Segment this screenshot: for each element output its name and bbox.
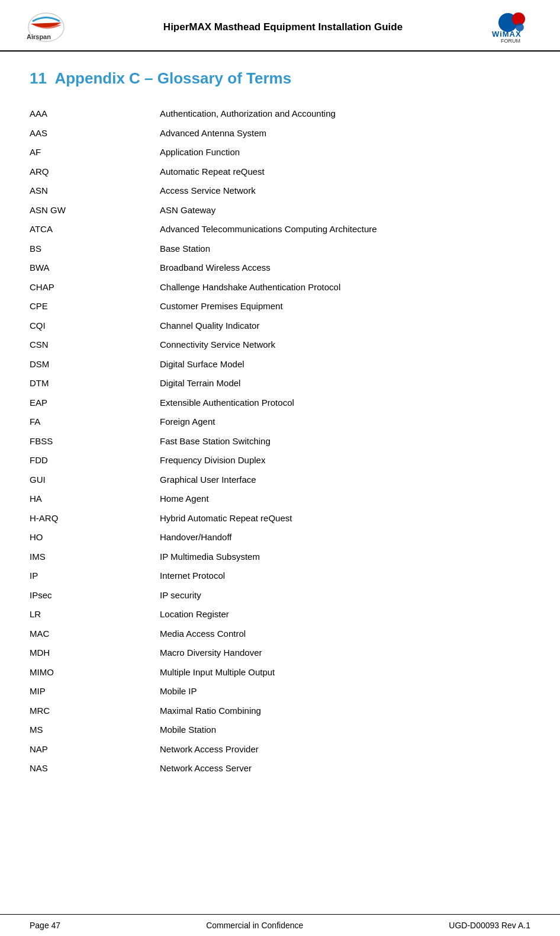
glossary-abbr: FDD	[30, 451, 160, 470]
glossary-row: FDD Frequency Division Duplex	[30, 451, 530, 470]
glossary-abbr: MDH	[30, 643, 160, 663]
glossary-definition: Hybrid Automatic Repeat reQuest	[160, 509, 530, 528]
main-content: 11 Appendix C – Glossary of Terms AAA Au…	[0, 52, 560, 814]
glossary-abbr: ASN	[30, 181, 160, 201]
footer-page: Page 47	[30, 921, 60, 930]
glossary-abbr: CQI	[30, 316, 160, 336]
glossary-definition: Mobile IP	[160, 682, 530, 701]
glossary-definition: IP security	[160, 586, 530, 605]
glossary-abbr: IMS	[30, 547, 160, 567]
airspan-logo: Airspan	[24, 11, 77, 43]
glossary-table: AAA Authentication, Authorization and Ac…	[30, 104, 530, 778]
glossary-definition: Digital Surface Model	[160, 355, 530, 374]
glossary-abbr: NAP	[30, 740, 160, 759]
glossary-abbr: CHAP	[30, 278, 160, 297]
svg-text:FORUM: FORUM	[501, 38, 520, 43]
glossary-abbr: AF	[30, 143, 160, 162]
document-title: HiperMAX Masthead Equipment Installation…	[77, 21, 489, 33]
glossary-definition: Internet Protocol	[160, 566, 530, 586]
glossary-definition: ASN Gateway	[160, 201, 530, 220]
glossary-abbr: MRC	[30, 701, 160, 721]
glossary-row: AF Application Function	[30, 143, 530, 162]
glossary-abbr: AAA	[30, 104, 160, 124]
glossary-definition: Mobile Station	[160, 720, 530, 740]
glossary-row: FA Foreign Agent	[30, 412, 530, 432]
glossary-row: IPsec IP security	[30, 586, 530, 605]
svg-text:Airspan: Airspan	[27, 33, 51, 40]
glossary-definition: Extensible Authentication Protocol	[160, 393, 530, 413]
glossary-row: MAC Media Access Control	[30, 624, 530, 644]
glossary-definition: Maximal Ratio Combining	[160, 701, 530, 721]
glossary-definition: Handover/Handoff	[160, 528, 530, 547]
glossary-definition: Access Service Network	[160, 181, 530, 201]
glossary-row: MIP Mobile IP	[30, 682, 530, 701]
glossary-abbr: AAS	[30, 124, 160, 143]
glossary-row: FBSS Fast Base Station Switching	[30, 432, 530, 451]
glossary-row: ARQ Automatic Repeat reQuest	[30, 162, 530, 182]
glossary-definition: Authentication, Authorization and Accoun…	[160, 104, 530, 124]
glossary-abbr: IPsec	[30, 586, 160, 605]
glossary-definition: Challenge Handshake Authentication Proto…	[160, 278, 530, 297]
glossary-row: CPE Customer Premises Equipment	[30, 297, 530, 316]
glossary-abbr: DTM	[30, 374, 160, 393]
glossary-row: GUI Graphical User Interface	[30, 470, 530, 490]
glossary-abbr: HA	[30, 489, 160, 509]
page-footer: Page 47 Commercial in Confidence UGD-D00…	[0, 914, 560, 936]
glossary-row: ATCA Advanced Telecommunications Computi…	[30, 220, 530, 239]
chapter-title-text: Appendix C – Glossary of Terms	[54, 69, 291, 87]
glossary-abbr: BWA	[30, 258, 160, 278]
glossary-row: ASN GW ASN Gateway	[30, 201, 530, 220]
glossary-abbr: GUI	[30, 470, 160, 490]
glossary-definition: Multiple Input Multiple Output	[160, 663, 530, 682]
glossary-row: H-ARQ Hybrid Automatic Repeat reQuest	[30, 509, 530, 528]
glossary-abbr: MS	[30, 720, 160, 740]
glossary-row: ASN Access Service Network	[30, 181, 530, 201]
glossary-abbr: ARQ	[30, 162, 160, 182]
glossary-definition: Home Agent	[160, 489, 530, 509]
glossary-row: AAA Authentication, Authorization and Ac…	[30, 104, 530, 124]
glossary-abbr: MAC	[30, 624, 160, 644]
glossary-definition: Base Station	[160, 239, 530, 259]
glossary-abbr: NAS	[30, 759, 160, 778]
glossary-row: HO Handover/Handoff	[30, 528, 530, 547]
glossary-definition: Connectivity Service Network	[160, 335, 530, 355]
glossary-abbr: FBSS	[30, 432, 160, 451]
glossary-row: MDH Macro Diversity Handover	[30, 643, 530, 663]
footer-center: Commercial in Confidence	[206, 921, 303, 930]
glossary-definition: Advanced Telecommunications Computing Ar…	[160, 220, 530, 239]
glossary-definition: Digital Terrain Model	[160, 374, 530, 393]
chapter-number: 11	[30, 69, 47, 87]
glossary-abbr: BS	[30, 239, 160, 259]
glossary-abbr: LR	[30, 605, 160, 624]
chapter-title: 11 Appendix C – Glossary of Terms	[30, 69, 530, 88]
glossary-definition: Macro Diversity Handover	[160, 643, 530, 663]
glossary-abbr: ATCA	[30, 220, 160, 239]
footer-right: UGD-D00093 Rev A.1	[449, 921, 530, 930]
glossary-row: NAS Network Access Server	[30, 759, 530, 778]
glossary-definition: Broadband Wireless Access	[160, 258, 530, 278]
glossary-abbr: ASN GW	[30, 201, 160, 220]
glossary-row: MS Mobile Station	[30, 720, 530, 740]
glossary-row: MIMO Multiple Input Multiple Output	[30, 663, 530, 682]
glossary-row: BWA Broadband Wireless Access	[30, 258, 530, 278]
glossary-abbr: EAP	[30, 393, 160, 413]
glossary-abbr: FA	[30, 412, 160, 432]
glossary-row: CHAP Challenge Handshake Authentication …	[30, 278, 530, 297]
glossary-abbr: HO	[30, 528, 160, 547]
glossary-definition: Customer Premises Equipment	[160, 297, 530, 316]
glossary-definition: Network Access Provider	[160, 740, 530, 759]
glossary-definition: Frequency Division Duplex	[160, 451, 530, 470]
glossary-definition: Network Access Server	[160, 759, 530, 778]
glossary-abbr: MIMO	[30, 663, 160, 682]
glossary-row: DTM Digital Terrain Model	[30, 374, 530, 393]
glossary-abbr: CSN	[30, 335, 160, 355]
glossary-row: IMS IP Multimedia Subsystem	[30, 547, 530, 567]
glossary-definition: Graphical User Interface	[160, 470, 530, 490]
glossary-definition: Application Function	[160, 143, 530, 162]
glossary-abbr: MIP	[30, 682, 160, 701]
glossary-definition: Fast Base Station Switching	[160, 432, 530, 451]
glossary-row: MRC Maximal Ratio Combining	[30, 701, 530, 721]
glossary-definition: Media Access Control	[160, 624, 530, 644]
glossary-abbr: H-ARQ	[30, 509, 160, 528]
glossary-row: AAS Advanced Antenna System	[30, 124, 530, 143]
